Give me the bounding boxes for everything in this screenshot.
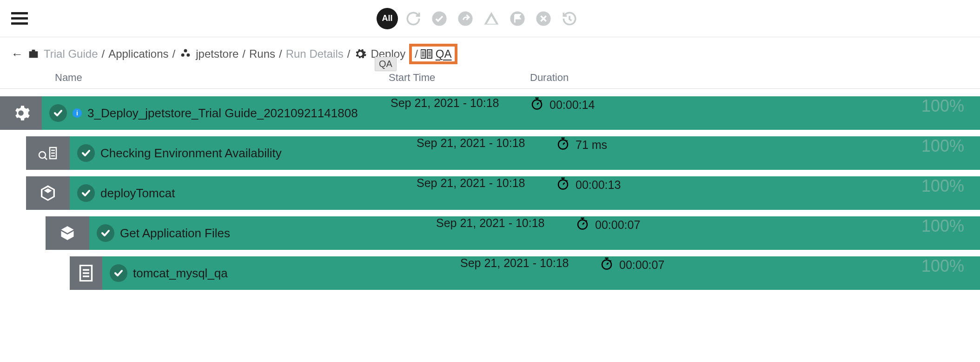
breadcrumb-sep: /: [415, 47, 418, 60]
breadcrumb-applications[interactable]: Applications: [108, 47, 168, 60]
column-headers: Name Start Time Duration: [0, 69, 980, 89]
menu-button[interactable]: [11, 9, 30, 28]
row-percent: 100%: [921, 136, 964, 156]
header-duration: Duration: [530, 72, 665, 84]
row-duration-value: 00:00:07: [595, 218, 640, 232]
molecule-icon: [179, 47, 192, 60]
row-start-time: Sep 21, 2021 - 10:18: [417, 136, 525, 150]
svg-line-39: [583, 223, 584, 225]
breadcrumb-sep: /: [172, 47, 176, 60]
status-success-icon: [110, 264, 127, 282]
svg-line-23: [45, 157, 47, 160]
toolbar: All: [377, 8, 580, 29]
filter-all-badge[interactable]: All: [377, 8, 398, 29]
gear-icon: [0, 96, 42, 130]
flag-icon[interactable]: [507, 8, 528, 29]
doc-icon: [70, 256, 102, 290]
header-name: Name: [51, 72, 389, 84]
row-duration: 00:00:07: [600, 256, 664, 273]
row-duration: 00:00:07: [576, 216, 640, 233]
row-percent: 100%: [921, 216, 964, 236]
status-success-icon: [49, 104, 67, 122]
qa-tooltip: QA: [375, 57, 397, 71]
svg-point-22: [39, 152, 46, 158]
svg-line-32: [567, 141, 568, 141]
refresh-icon[interactable]: [403, 8, 424, 29]
info-icon[interactable]: i: [73, 108, 82, 118]
cube-icon: [26, 176, 70, 210]
redo-icon[interactable]: [455, 8, 476, 29]
svg-rect-3: [491, 22, 492, 23]
run-row[interactable]: tomcat_mysql_qaSep 21, 2021 - 10:1800:00…: [70, 256, 980, 290]
breadcrumb-sep: /: [347, 47, 351, 60]
row-name-cell: Get Application Files: [89, 224, 230, 242]
row-start-time: Sep 21, 2021 - 10:18: [417, 176, 525, 190]
svg-line-21: [541, 101, 542, 101]
stopwatch-icon: [556, 176, 570, 193]
row-name-label: Checking Environment Availability: [100, 146, 282, 161]
env-icon: [26, 136, 70, 170]
environment-icon: [421, 49, 433, 59]
row-body: i3_Deploy_jpetstore_Trial Guide_20210921…: [42, 96, 980, 130]
box-icon: [46, 216, 89, 250]
status-success-icon: [77, 144, 95, 162]
briefcase-icon: [27, 47, 40, 60]
row-name-cell: tomcat_mysql_qa: [102, 264, 228, 282]
stopwatch-icon: [556, 136, 570, 153]
breadcrumb-trial-guide[interactable]: Trial Guide: [44, 47, 98, 60]
svg-line-51: [610, 261, 611, 261]
run-rows-container: i3_Deploy_jpetstore_Trial Guide_20210921…: [0, 89, 980, 290]
row-name-label: tomcat_mysql_qa: [133, 266, 228, 281]
svg-line-18: [537, 103, 539, 105]
svg-line-48: [607, 263, 609, 265]
breadcrumb: ← Trial Guide / Applications / jpetstore…: [0, 37, 980, 69]
row-duration: 00:00:13: [556, 176, 621, 193]
history-icon[interactable]: [559, 8, 580, 29]
warning-icon[interactable]: [481, 8, 502, 29]
row-duration: 71 ms: [556, 136, 607, 153]
run-row[interactable]: Get Application FilesSep 21, 2021 - 10:1…: [46, 216, 980, 250]
breadcrumb-sep: /: [101, 47, 105, 60]
svg-point-8: [184, 49, 187, 53]
breadcrumb-run-details[interactable]: Run Details: [286, 47, 344, 60]
run-row[interactable]: Checking Environment AvailabilitySep 21,…: [26, 136, 980, 170]
row-duration-value: 71 ms: [576, 138, 607, 152]
row-name-cell: i3_Deploy_jpetstore_Trial Guide_20210921…: [42, 104, 358, 122]
check-circle-icon[interactable]: [429, 8, 450, 29]
breadcrumb-sep: /: [242, 47, 245, 60]
breadcrumb-qa[interactable]: QA: [436, 47, 452, 60]
breadcrumb-runs[interactable]: Runs: [249, 47, 275, 60]
svg-point-7: [187, 54, 190, 57]
row-duration: 00:00:14: [530, 96, 595, 113]
svg-line-37: [567, 181, 568, 181]
stopwatch-icon: [530, 96, 544, 113]
status-success-icon: [97, 224, 114, 242]
row-start-time: Sep 21, 2021 - 10:18: [460, 256, 569, 270]
back-arrow-icon[interactable]: ←: [11, 47, 23, 61]
svg-line-34: [563, 183, 565, 185]
stopwatch-icon: [600, 256, 614, 273]
run-row[interactable]: i3_Deploy_jpetstore_Trial Guide_20210921…: [0, 96, 980, 130]
breadcrumb-sep: /: [279, 47, 282, 60]
svg-rect-2: [491, 18, 492, 21]
breadcrumb-jpetstore[interactable]: jpetstore: [196, 47, 238, 60]
row-duration-value: 00:00:14: [550, 98, 595, 112]
svg-line-42: [586, 221, 587, 221]
breadcrumb-qa-highlight: / QA: [409, 44, 457, 64]
row-percent: 100%: [921, 176, 964, 196]
row-start-time: Sep 21, 2021 - 10:18: [436, 216, 545, 230]
row-duration-value: 00:00:07: [619, 258, 664, 272]
run-row[interactable]: deployTomcatSep 21, 2021 - 10:1800:00:13…: [26, 176, 980, 210]
svg-point-1: [458, 11, 472, 26]
row-name-cell: deployTomcat: [70, 184, 175, 202]
row-name-label: Get Application Files: [120, 226, 230, 241]
row-percent: 100%: [921, 256, 964, 276]
gear-icon: [354, 47, 367, 60]
row-duration-value: 00:00:13: [576, 178, 621, 192]
status-success-icon: [77, 184, 95, 202]
cancel-icon[interactable]: [533, 8, 554, 29]
row-name-label: deployTomcat: [100, 186, 175, 201]
row-start-time: Sep 21, 2021 - 10:18: [391, 96, 499, 110]
row-name-label: 3_Deploy_jpetstore_Trial Guide_202109211…: [87, 106, 358, 121]
stopwatch-icon: [576, 216, 589, 233]
